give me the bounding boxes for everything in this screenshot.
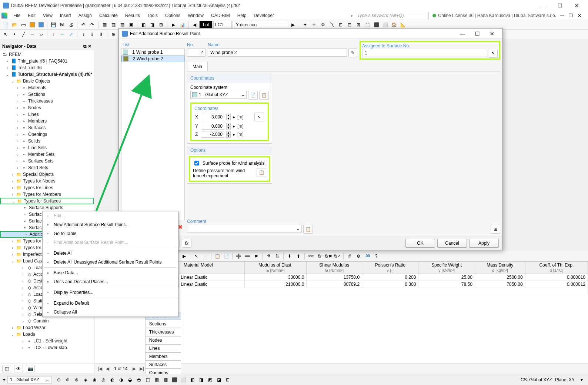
tree-basic-2[interactable]: ›▫Thicknesses	[0, 98, 94, 104]
tb2-node-icon[interactable]: •	[10, 30, 19, 38]
tree-group-2[interactable]: ›Types for Lines	[0, 184, 94, 191]
col-4[interactable]: Poisson's Ratioν [-]	[362, 262, 418, 274]
tree-basic-1[interactable]: ›▫Sections	[0, 91, 94, 98]
tb-calc-icon[interactable]: ▶	[169, 21, 177, 29]
coord-x-arrow-icon[interactable]: ▸	[233, 114, 235, 120]
apply-button[interactable]: Apply	[469, 239, 499, 248]
tree-basic-9[interactable]: ›▫Line Sets	[0, 144, 94, 151]
context-item-5[interactable]: ▫Delete All	[43, 249, 178, 258]
menu-developer[interactable]: Developer	[250, 11, 278, 20]
sb-icon-12[interactable]: ▦	[153, 376, 161, 384]
bottom-tab-members[interactable]: Members	[145, 352, 181, 361]
menu-options[interactable]: Options	[161, 11, 184, 20]
dialog-extra-button[interactable]: ⊞	[491, 225, 500, 234]
dialog-minimize-button[interactable]: —	[455, 29, 470, 38]
menu-assign[interactable]: Assign	[75, 11, 96, 20]
tree-file-2[interactable]: Tutorial_Structural-Analysis (4).rf6*	[18, 72, 92, 77]
btab-first[interactable]: |◀	[96, 366, 104, 371]
tb2-surface-icon[interactable]: ▱	[37, 30, 45, 38]
sb-icon-13[interactable]: ▩	[161, 376, 170, 384]
option-probe-checkbox[interactable]	[194, 161, 199, 165]
dialog-list[interactable]: 1Wind probe 1 2Wind probe 2	[121, 48, 185, 220]
tb2-axis-x-icon[interactable]: ↕	[49, 30, 57, 38]
comment-edit-button[interactable]: 📋	[303, 225, 313, 234]
tb-extra10-icon[interactable]: ⬜	[381, 21, 389, 29]
bt-abc-icon[interactable]: abc	[307, 252, 315, 260]
btab-prev[interactable]: ◀	[104, 366, 111, 371]
bottom-tab-thicknesses[interactable]: Thicknesses	[145, 328, 181, 336]
bt-fx-icon[interactable]: fx	[315, 252, 324, 260]
tb-lc-combo[interactable]: LC1	[213, 21, 232, 29]
list-row-1[interactable]: 1Wind probe 1	[121, 49, 184, 56]
sb-icon-19[interactable]: ◪	[215, 376, 223, 384]
tb-save-icon[interactable]: 💾	[49, 21, 57, 29]
tree-file-1[interactable]: Test_xml.rf6	[18, 65, 42, 70]
tb-extra4-icon[interactable]: 〽	[328, 21, 336, 29]
tree-group-1[interactable]: ›Types for Nodes	[0, 178, 94, 184]
tb2-axis-y-icon[interactable]: ↔	[58, 30, 66, 38]
bt-select-icon[interactable]: ↖	[192, 252, 200, 260]
menu-tools[interactable]: Tools	[144, 11, 161, 20]
tb-grid3-icon[interactable]: ▤	[118, 21, 126, 29]
tree-basic-7[interactable]: ›▫Openings	[0, 131, 94, 138]
col-6[interactable]: Mass Densityρ [kg/m³]	[475, 262, 525, 274]
tb-prev-icon[interactable]: ◀	[190, 21, 198, 29]
panel-minimize-button[interactable]: —	[560, 13, 569, 18]
tb-extra11-icon[interactable]: 🏠	[390, 21, 398, 29]
tree-types-surfaces[interactable]: Types for Surfaces	[24, 198, 61, 204]
tb2-load1-icon[interactable]: ↓	[79, 30, 87, 38]
tb2-load2-icon[interactable]: ⇓	[88, 30, 96, 38]
dialog-assigned-pick-button[interactable]: ↖	[489, 49, 498, 58]
tb-extra8-icon[interactable]: ⬚	[363, 21, 371, 29]
context-item-13[interactable]: ▫Expand to Default	[43, 299, 178, 308]
option-probe-row[interactable]: Surface probe for wind analysis	[193, 160, 266, 167]
bt-copy-icon[interactable]: 📋	[213, 252, 221, 260]
tree-basic-8[interactable]: ›▫Solids	[0, 138, 94, 144]
sb-icon-9[interactable]: ◒	[126, 376, 134, 384]
sb-icon-16[interactable]: ◧	[188, 376, 196, 384]
panel-restore-button[interactable]: ❐	[569, 13, 578, 18]
dialog-no-input[interactable]	[187, 48, 206, 57]
sb-icon-3[interactable]: ⊗	[73, 376, 81, 384]
col-5[interactable]: Specific Weightγ [kN/m³]	[418, 262, 475, 274]
sb-icon-17[interactable]: ◨	[197, 376, 205, 384]
tree-basic-3[interactable]: ›▫Nodes	[0, 104, 94, 111]
tb-extra9-icon[interactable]: ⬛	[372, 21, 380, 29]
dialog-name-input[interactable]	[208, 48, 347, 57]
tb-saveall-icon[interactable]: 🖫	[58, 21, 66, 29]
tb-view2-icon[interactable]: ◨	[148, 21, 156, 29]
tb-block-icon[interactable]	[37, 21, 45, 29]
tb-extra5-icon[interactable]: ⊡	[337, 21, 345, 29]
tb2-cursor-icon[interactable]: ↖	[1, 30, 10, 38]
bt-filter-icon[interactable]: ⚗	[264, 252, 273, 260]
tb-next-icon[interactable]: ▶	[289, 21, 297, 29]
nav-eye-icon[interactable]: 👁	[14, 365, 23, 372]
tb-extra2-icon[interactable]: ✧	[310, 21, 318, 29]
context-item-6[interactable]: ▫Delete All Unassigned Additional Surfac…	[43, 258, 178, 267]
coord-z-arrow-icon[interactable]: ▸	[233, 132, 235, 137]
tb-grid1-icon[interactable]: ▦	[100, 21, 108, 29]
tb-box-icon[interactable]	[28, 21, 36, 29]
col-2[interactable]: Modulus of Elast.E [N/mm²]	[244, 262, 307, 274]
bt-fxx-icon[interactable]: fx✖	[324, 252, 333, 260]
nav-camera-icon[interactable]: 📷	[26, 365, 35, 372]
tree-lc-0[interactable]: ›▫LC1 - Self-weight	[0, 338, 94, 344]
tb-extra12-icon[interactable]: 📐	[399, 21, 407, 29]
bt-next-icon[interactable]: ▶	[180, 252, 188, 260]
bt-delrow-icon[interactable]: ➖	[243, 252, 251, 260]
bt-help-icon[interactable]: ?	[372, 252, 380, 260]
coord-system-new-button[interactable]: 📄	[248, 91, 258, 100]
maximize-button[interactable]: ☐	[552, 0, 568, 11]
sb-icon-11[interactable]: ⬚	[144, 376, 152, 384]
tree-basic-5[interactable]: ›▫Members	[0, 118, 94, 124]
coord-y-arrow-icon[interactable]: ▸	[233, 124, 235, 129]
sb-end-icon[interactable]: ▾	[578, 376, 586, 384]
comment-combo[interactable]: ⌄	[187, 225, 302, 233]
tb2-load3-icon[interactable]: ⬇	[97, 30, 105, 38]
cancel-button[interactable]: Cancel	[437, 239, 467, 248]
menu-insert[interactable]: Insert	[56, 11, 75, 20]
tb-view1-icon[interactable]: ◧	[139, 21, 147, 29]
coord-x-up[interactable]: ▲	[226, 114, 231, 117]
col-7[interactable]: Coeff. of Th. Exp.α [1/°C]	[525, 262, 588, 274]
menu-edit[interactable]: Edit	[24, 11, 39, 20]
